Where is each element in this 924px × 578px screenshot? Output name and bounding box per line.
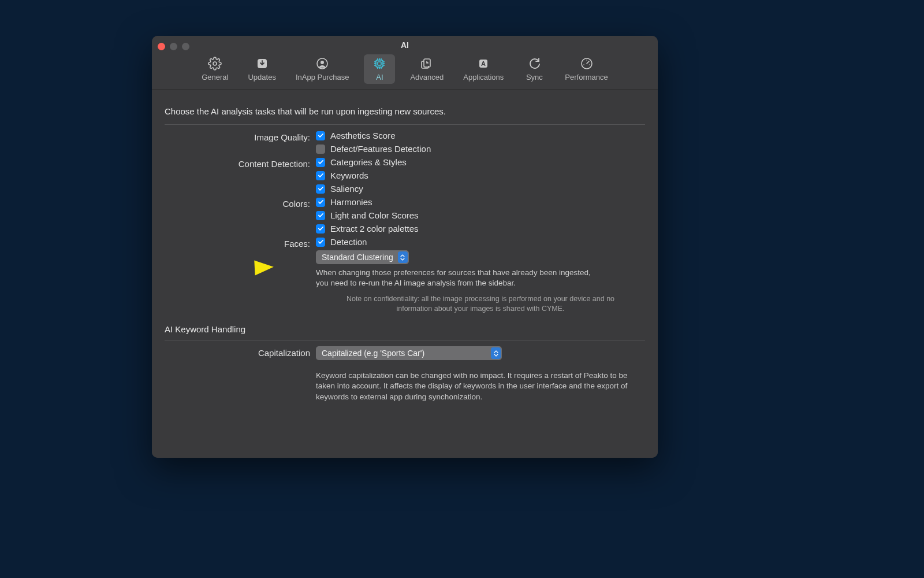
preferences-window: AI General Updates InApp Purchase bbox=[152, 36, 658, 458]
chevron-updown-icon bbox=[491, 347, 501, 359]
section-intro: Choose the AI analysis tasks that will b… bbox=[165, 103, 645, 122]
divider bbox=[165, 340, 645, 340]
sync-icon bbox=[527, 57, 541, 71]
select-value: Standard Clustering bbox=[322, 253, 393, 262]
checkmark-icon bbox=[316, 224, 325, 234]
tab-label: Updates bbox=[248, 73, 275, 81]
tab-inapp-purchase[interactable]: InApp Purchase bbox=[291, 54, 354, 84]
titlebar: AI General Updates InApp Purchase bbox=[152, 36, 658, 90]
tab-general[interactable]: General bbox=[197, 54, 233, 84]
checkbox-label: Defect/Features Detection bbox=[330, 144, 431, 154]
note-rerun: When changing those preferences for sour… bbox=[316, 268, 605, 288]
checkbox-label: Light and Color Scores bbox=[330, 210, 419, 220]
content-area: Choose the AI analysis tasks that will b… bbox=[152, 90, 658, 458]
traffic-lights bbox=[158, 43, 189, 50]
group-label-faces: Faces: bbox=[165, 237, 310, 249]
label-capitalization: Capitalization bbox=[165, 346, 310, 358]
tab-label: Applications bbox=[463, 73, 504, 81]
checkbox-categories-styles[interactable]: Categories & Styles bbox=[316, 157, 645, 167]
documents-icon bbox=[420, 57, 434, 71]
checkbox-label: Aesthetics Score bbox=[330, 131, 396, 140]
clustering-select[interactable]: Standard Clustering bbox=[316, 250, 409, 264]
checkmark-icon bbox=[316, 171, 325, 180]
tab-label: AI bbox=[376, 73, 383, 81]
group-label-image-quality: Image Quality: bbox=[165, 131, 310, 142]
checkbox-label: Saliency bbox=[330, 184, 363, 194]
tab-advanced[interactable]: Advanced bbox=[405, 54, 448, 84]
ai-tasks-form: Image Quality: Aesthetics Score Defect/F… bbox=[165, 131, 645, 314]
capitalization-select[interactable]: Capitalized (e.g 'Sports Car') bbox=[316, 346, 502, 360]
zoom-button[interactable] bbox=[182, 43, 189, 50]
prefs-toolbar: General Updates InApp Purchase AI bbox=[152, 52, 658, 90]
note-capitalization: Keyword capitalization can be changed wi… bbox=[316, 370, 639, 402]
svg-rect-5 bbox=[378, 62, 381, 65]
checkbox-harmonies[interactable]: Harmonies bbox=[316, 197, 645, 207]
svg-point-0 bbox=[213, 62, 217, 65]
checkmark-icon bbox=[316, 158, 325, 167]
chip-icon bbox=[372, 57, 386, 71]
app-icon: A bbox=[476, 57, 490, 71]
window-title: AI bbox=[152, 36, 658, 52]
checkbox-label: Categories & Styles bbox=[330, 157, 407, 167]
gauge-icon bbox=[580, 57, 594, 71]
checkbox-keywords[interactable]: Keywords bbox=[316, 171, 645, 180]
checkbox-aesthetics-score[interactable]: Aesthetics Score bbox=[316, 131, 645, 140]
tab-performance[interactable]: Performance bbox=[560, 54, 612, 84]
tab-ai[interactable]: AI bbox=[364, 54, 395, 84]
checkbox-face-detection[interactable]: Detection bbox=[316, 237, 645, 247]
checkmark-icon bbox=[316, 238, 325, 247]
note-confidentiality: Note on confidentiality: all the image p… bbox=[330, 294, 631, 314]
checkbox-empty-icon bbox=[316, 144, 325, 154]
tab-label: InApp Purchase bbox=[296, 73, 349, 81]
checkbox-label: Extract 2 color palettes bbox=[330, 224, 419, 234]
checkbox-defect-detection[interactable]: Defect/Features Detection bbox=[316, 144, 645, 154]
group-label-colors: Colors: bbox=[165, 197, 310, 209]
select-value: Capitalized (e.g 'Sports Car') bbox=[322, 349, 424, 358]
svg-text:A: A bbox=[481, 60, 486, 67]
download-icon bbox=[255, 57, 269, 71]
divider bbox=[165, 124, 645, 125]
chevron-updown-icon bbox=[398, 251, 408, 263]
checkbox-label: Harmonies bbox=[330, 197, 372, 207]
checkbox-saliency[interactable]: Saliency bbox=[316, 184, 645, 194]
checkbox-label: Detection bbox=[330, 237, 367, 247]
minimize-button[interactable] bbox=[170, 43, 177, 50]
checkmark-icon bbox=[316, 198, 325, 207]
checkbox-light-color-scores[interactable]: Light and Color Scores bbox=[316, 210, 645, 220]
tab-applications[interactable]: A Applications bbox=[459, 54, 508, 84]
tab-sync[interactable]: Sync bbox=[519, 54, 550, 84]
group-label-content-detection: Content Detection: bbox=[165, 157, 310, 169]
tab-label: Performance bbox=[565, 73, 608, 81]
checkmark-icon bbox=[316, 184, 325, 194]
keyword-handling-form: Capitalization Capitalized (e.g 'Sports … bbox=[165, 346, 645, 402]
tab-label: Sync bbox=[526, 73, 543, 81]
tab-label: General bbox=[202, 73, 228, 81]
tab-label: Advanced bbox=[410, 73, 444, 81]
person-circle-icon bbox=[315, 57, 329, 71]
svg-rect-4 bbox=[376, 60, 383, 67]
svg-point-3 bbox=[321, 61, 324, 64]
tab-updates[interactable]: Updates bbox=[243, 54, 280, 84]
section-title-keyword-handling: AI Keyword Handling bbox=[165, 314, 645, 338]
checkbox-label: Keywords bbox=[330, 171, 368, 180]
checkmark-icon bbox=[316, 131, 325, 140]
checkbox-extract-palettes[interactable]: Extract 2 color palettes bbox=[316, 224, 645, 234]
gear-icon bbox=[208, 57, 222, 71]
close-button[interactable] bbox=[158, 43, 165, 50]
checkmark-icon bbox=[316, 211, 325, 220]
